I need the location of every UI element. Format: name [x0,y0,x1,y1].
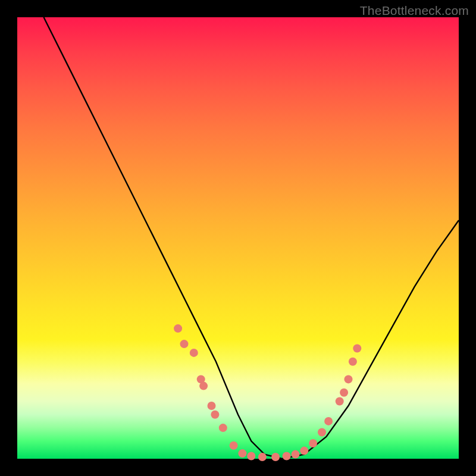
highlight-dot [230,441,238,450]
highlight-dot [211,411,219,419]
chart-svg [17,17,459,459]
highlight-dot [300,447,308,455]
highlight-dot [353,345,361,353]
highlight-dot [219,424,227,432]
highlight-dot [238,449,246,458]
highlight-dot [324,417,333,425]
highlight-dot [174,324,182,333]
highlight-dot [180,340,189,348]
highlight-dot [271,453,280,461]
bottleneck-curve-line [44,17,459,459]
highlight-dot [340,389,348,397]
watermark-text: TheBottleneck.com [360,4,469,18]
highlight-dot [247,452,255,461]
highlight-dot [258,453,267,461]
highlight-dot [199,382,208,390]
highlight-dot [349,358,357,366]
chart-plot-area [17,17,459,459]
highlight-dot [190,349,198,357]
highlight-dot [292,450,300,459]
highlight-dot [318,428,326,437]
highlight-dot [336,397,344,406]
highlight-dots-group [174,324,361,461]
highlight-dot [208,402,216,410]
highlight-dot [309,439,317,447]
highlight-dot [283,452,291,461]
highlight-dot [345,375,353,383]
